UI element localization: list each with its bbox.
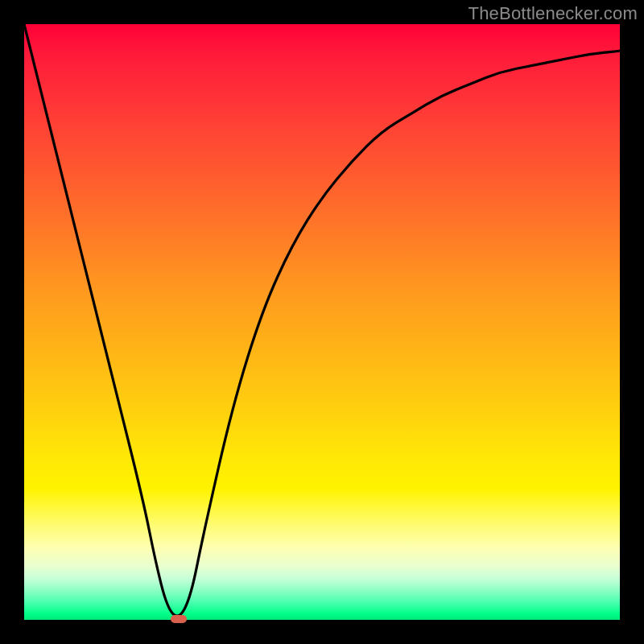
- bottleneck-curve: [24, 24, 620, 620]
- chart-frame: TheBottlenecker.com: [0, 0, 644, 644]
- plot-area: [24, 24, 620, 620]
- watermark-text: TheBottlenecker.com: [469, 3, 638, 24]
- curve-path: [24, 24, 620, 616]
- minimum-marker: [171, 615, 187, 623]
